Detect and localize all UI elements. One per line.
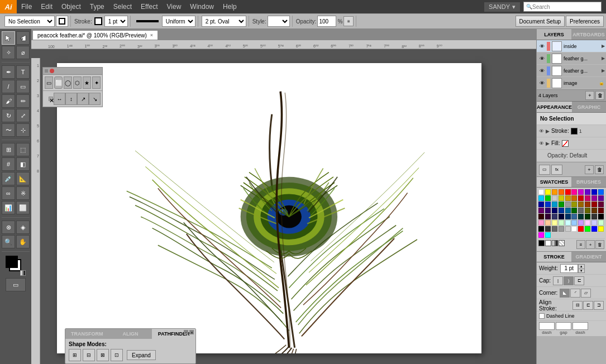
- menu-file[interactable]: File: [17, 0, 36, 13]
- swatch-cell[interactable]: [545, 220, 551, 226]
- selection-dropdown[interactable]: No Selection: [4, 16, 55, 27]
- tab-close-btn[interactable]: ×: [150, 32, 153, 38]
- swatch-cell[interactable]: [585, 195, 590, 201]
- user-menu[interactable]: SANDY ▾: [484, 2, 520, 12]
- opacity-input[interactable]: [317, 16, 336, 27]
- rotate-btn[interactable]: ↻: [2, 109, 15, 122]
- swatch-cell[interactable]: [571, 195, 577, 201]
- swatch-cell[interactable]: [571, 208, 577, 213]
- lasso-btn[interactable]: ⌀: [16, 46, 30, 59]
- swatch-cell[interactable]: [538, 189, 544, 195]
- weight-down-btn[interactable]: ▼: [578, 269, 585, 273]
- column-graph-btn[interactable]: 📊: [2, 201, 15, 214]
- color-selector[interactable]: [6, 256, 26, 276]
- search-bar[interactable]: 🔍: [523, 2, 602, 12]
- stroke-tab[interactable]: STROKE: [537, 252, 571, 262]
- swatch-cell[interactable]: [565, 226, 571, 232]
- swatch-cell[interactable]: [545, 226, 551, 232]
- gradient-btn[interactable]: ◧: [16, 157, 30, 171]
- layer-eye-feather1[interactable]: 👁: [538, 56, 546, 61]
- menu-window[interactable]: Window: [185, 0, 218, 13]
- rect-shape-btn[interactable]: ▭: [45, 76, 53, 89]
- swatch-options-btn[interactable]: ≡: [576, 240, 585, 249]
- swatch-cell[interactable]: [552, 220, 557, 226]
- opacity-options-btn[interactable]: ≡: [343, 16, 354, 26]
- appearance-add-btn[interactable]: +: [585, 165, 594, 174]
- swatch-cell[interactable]: [591, 189, 597, 195]
- layer-eye-image[interactable]: 👁: [538, 80, 546, 86]
- swatch-cell[interactable]: [571, 189, 577, 195]
- menu-help[interactable]: Help: [218, 0, 241, 13]
- swatch-cell[interactable]: [598, 189, 604, 195]
- style-select[interactable]: [268, 16, 290, 27]
- swatch-cell[interactable]: [565, 208, 571, 213]
- star-btn[interactable]: ★: [83, 76, 91, 89]
- swatch-cell[interactable]: [559, 214, 564, 219]
- swatch-cell[interactable]: [559, 220, 564, 226]
- stroke-visibility[interactable]: 👁: [538, 128, 544, 134]
- layer-item-feather1[interactable]: 👁 feather g... ▶: [537, 52, 606, 65]
- selection-tool-btn[interactable]: [2, 31, 15, 45]
- dash2-input[interactable]: [572, 322, 588, 330]
- swatch-cell[interactable]: [538, 220, 544, 226]
- swatch-cell[interactable]: [598, 214, 604, 219]
- layer-expand-feather1[interactable]: ▶: [602, 56, 605, 61]
- perspective-btn[interactable]: ⬚: [16, 143, 30, 156]
- polygon-btn[interactable]: ⬡: [73, 76, 82, 89]
- weight-up-btn[interactable]: ▲: [578, 264, 585, 269]
- corner-round-btn[interactable]: ◜: [570, 289, 580, 298]
- swatch-cell[interactable]: [598, 195, 604, 201]
- graphic-tab[interactable]: GRAPHIC: [572, 102, 606, 112]
- menu-select[interactable]: Select: [109, 0, 136, 13]
- weight-input[interactable]: [560, 264, 578, 273]
- swatch-cell[interactable]: [571, 220, 577, 226]
- swatch-cell[interactable]: [552, 214, 557, 219]
- swatch-gradient[interactable]: [552, 240, 558, 246]
- fill-swatch-ap[interactable]: [562, 140, 569, 147]
- swatch-cell[interactable]: [585, 220, 590, 226]
- swatch-cell[interactable]: [585, 208, 590, 213]
- swatch-cell[interactable]: [591, 195, 597, 201]
- transform-left-btn[interactable]: ↔: [54, 93, 65, 105]
- align-inside-btn[interactable]: ⊏: [583, 301, 593, 310]
- swatch-cell[interactable]: [578, 202, 584, 207]
- pen-tool-btn[interactable]: ✒: [2, 65, 15, 79]
- swatch-cell[interactable]: [565, 202, 571, 207]
- panel-close-x[interactable]: ✕: [49, 97, 53, 101]
- shape-builder-btn[interactable]: ⊞: [2, 143, 15, 156]
- artboards-tab[interactable]: ARTBOARDS: [571, 29, 606, 40]
- rect-tool-btn[interactable]: ▭: [16, 80, 30, 93]
- swatch-cell[interactable]: [598, 208, 604, 213]
- fill-visibility[interactable]: 👁: [538, 141, 544, 146]
- panel-minimize-btn[interactable]: –: [184, 330, 188, 334]
- appearance-fx-btn[interactable]: fx: [551, 165, 562, 175]
- swatch-cell[interactable]: [552, 226, 557, 232]
- ellipse-btn[interactable]: ◯: [64, 76, 72, 89]
- hand-btn[interactable]: ✋: [16, 235, 30, 248]
- swatch-cell[interactable]: [565, 214, 571, 219]
- swatch-cell[interactable]: [585, 214, 590, 219]
- document-tab[interactable]: peacock feather.ai* @ 100% (RGB/Preview)…: [32, 30, 158, 40]
- selection-color-btn[interactable]: [56, 16, 68, 27]
- exclude-btn[interactable]: ⊡: [111, 349, 123, 361]
- layer-item-feather2[interactable]: 👁 feather g... ▶: [537, 65, 606, 77]
- menu-object[interactable]: Object: [57, 0, 85, 13]
- type-tool-btn[interactable]: T: [16, 65, 30, 79]
- swatch-cell[interactable]: [545, 208, 551, 213]
- layer-expand-inside[interactable]: ▶: [602, 44, 605, 49]
- swatch-cell[interactable]: [538, 214, 544, 219]
- line-tool-btn[interactable]: /: [2, 80, 15, 93]
- blend-btn[interactable]: ∞: [2, 186, 15, 200]
- corner-bevel-btn[interactable]: ▱: [581, 289, 591, 298]
- menu-type[interactable]: Type: [85, 0, 109, 13]
- swatch-cell[interactable]: [571, 202, 577, 207]
- magic-wand-btn[interactable]: ✧: [2, 46, 15, 59]
- swatch-cell[interactable]: [578, 189, 584, 195]
- swatch-cell[interactable]: [559, 189, 564, 195]
- cap-butt-btn[interactable]: |: [553, 276, 563, 285]
- expand-btn[interactable]: Expand: [127, 350, 156, 360]
- swatch-cell[interactable]: [591, 226, 597, 232]
- intersect-btn[interactable]: ⊠: [97, 349, 109, 361]
- layer-item-image[interactable]: 👁 image 🔒: [537, 77, 606, 89]
- swatch-cell[interactable]: [552, 208, 557, 213]
